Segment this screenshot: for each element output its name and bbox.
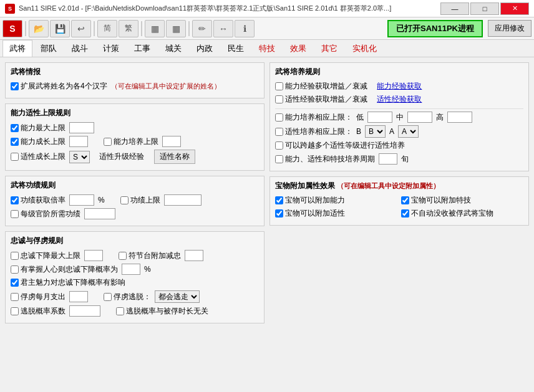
tab-construction[interactable]: 工事 — [127, 40, 157, 57]
station-reduce-label[interactable]: 符节台附加减忠 — [119, 251, 181, 261]
minimize-button[interactable]: — — [440, 2, 469, 15]
treasure-adapt-checkbox[interactable] — [275, 209, 283, 218]
treasure-noauto-checkbox[interactable] — [401, 209, 409, 218]
perf-limit-label[interactable]: 功绩上限 — [120, 195, 160, 206]
tab-internal[interactable]: 内政 — [190, 40, 220, 57]
tab-troops[interactable]: 部队 — [34, 40, 64, 57]
toolbar-open-button[interactable]: 📂 — [29, 20, 49, 37]
adapt-growth-checkbox[interactable] — [11, 153, 19, 161]
app-modify-button[interactable]: 应用修改 — [488, 20, 532, 37]
adapt-growth-label[interactable]: 适性成长上限 — [11, 151, 66, 162]
exp-gain-checkbox[interactable] — [275, 82, 283, 90]
capture-rate-input[interactable]: 40 — [122, 264, 140, 275]
adapt-exp-link[interactable]: 适性经验获取 — [377, 94, 422, 105]
period-input[interactable]: 3 — [379, 153, 397, 165]
train-limit-label[interactable]: 能力培养相应上限： — [275, 112, 352, 123]
adapt-growth-select[interactable]: SABCD — [69, 151, 90, 163]
treasure-special-label[interactable]: 宝物可以附加特技 — [401, 195, 523, 206]
tab-other[interactable]: 其它 — [314, 40, 344, 57]
expand-name-checkbox[interactable] — [11, 82, 19, 90]
escape-checkbox[interactable] — [104, 293, 112, 301]
tab-strategy[interactable]: 计策 — [96, 40, 126, 57]
tab-effects[interactable]: 效果 — [283, 40, 313, 57]
toolbar-info-button[interactable]: ℹ — [235, 20, 255, 37]
toolbar-grid1-button[interactable]: ▦ — [145, 20, 165, 37]
adapt-train-checkbox[interactable] — [275, 128, 283, 136]
prisoner-cost-checkbox[interactable] — [11, 293, 19, 301]
train-low-input[interactable]: 70 — [367, 112, 392, 123]
adapt-name-button[interactable]: 适性名称 — [154, 150, 195, 164]
treasure-noauto-label[interactable]: 不自动没收被俘武将宝物 — [401, 208, 523, 219]
level-cost-label[interactable]: 每级官阶所需功绩 — [11, 209, 80, 219]
loyalty-limit-checkbox[interactable] — [11, 252, 19, 260]
gain-rate-input[interactable]: 150 — [69, 194, 94, 206]
period-checkbox[interactable] — [275, 155, 283, 163]
cross-train-checkbox[interactable] — [275, 141, 283, 150]
toolbar-grid2-button[interactable]: ▦ — [166, 20, 186, 37]
max-ability-checkbox[interactable] — [11, 124, 19, 132]
toolbar-undo-button[interactable]: ↩ — [71, 20, 91, 37]
station-reduce-checkbox[interactable] — [119, 252, 127, 260]
cross-train-label[interactable]: 可以跨越多个适性等级进行适性培养 — [275, 140, 405, 151]
treasure-special-checkbox[interactable] — [401, 196, 409, 204]
growth-limit-checkbox[interactable] — [11, 138, 19, 146]
max-ability-input[interactable]: 130 — [69, 122, 94, 133]
train-limit-checkbox[interactable] — [104, 138, 112, 146]
train-limit-label[interactable]: 能力培养上限 — [104, 136, 158, 147]
exp-gain-link[interactable]: 能力经验获取 — [377, 81, 422, 92]
toolbar-simple-button[interactable]: 简 — [97, 20, 117, 37]
escape-rate-label[interactable]: 逃脱概率系数 — [11, 306, 66, 317]
station-reduce-input[interactable]: 2 — [185, 250, 203, 261]
loyalty-limit-label[interactable]: 忠诚下降最大上限 — [11, 251, 80, 261]
toolbar-icon-logo[interactable]: S — [2, 20, 22, 37]
charm-label[interactable]: 君主魅力对忠诚下降概率有影响 — [11, 277, 125, 288]
period-label[interactable]: 能力、适性和特技培养周期 — [275, 154, 375, 165]
escape-select[interactable]: 都会逃走不会逃走概率逃走 — [155, 290, 200, 303]
prisoner-cost-label[interactable]: 俘虏每月支出 — [11, 292, 66, 302]
charm-checkbox[interactable] — [11, 279, 19, 287]
perf-limit-checkbox[interactable] — [120, 196, 129, 204]
toolbar-transfer-button[interactable]: ↔ — [213, 20, 233, 37]
expand-name-label[interactable]: 扩展武将姓名为各4个汉字 — [11, 81, 107, 92]
adapt-exp-checkbox[interactable] — [275, 95, 283, 103]
close-button[interactable]: ✕ — [500, 2, 529, 15]
treasure-ability-label[interactable]: 宝物可以附加能力 — [275, 195, 397, 206]
growth-limit-input[interactable]: 5 — [69, 136, 88, 147]
adapt-a-select[interactable]: ASBCD — [398, 125, 419, 138]
max-ability-label[interactable]: 能力最大上限 — [11, 123, 66, 133]
exp-gain-label[interactable]: 能力经验获取增益／衰减 — [275, 81, 367, 92]
train-limit-checkbox[interactable] — [275, 113, 283, 122]
loyalty-limit-input[interactable]: 4 — [84, 250, 103, 261]
treasure-ability-checkbox[interactable] — [275, 196, 283, 204]
escape-rate-input[interactable]: 1000 — [69, 305, 100, 317]
adapt-train-label[interactable]: 适性培养相应上限： — [275, 127, 352, 137]
adapt-exp-label[interactable]: 适性经验获取增益／衰减 — [275, 94, 367, 105]
gain-rate-checkbox[interactable] — [11, 196, 19, 204]
tab-general[interactable]: 武将 — [2, 40, 32, 57]
prisoner-cost-input[interactable]: 20 — [69, 291, 88, 302]
toolbar-trad-button[interactable]: 繁 — [119, 20, 138, 37]
perf-limit-input[interactable]: 60000 — [164, 194, 201, 206]
escape-duration-checkbox[interactable] — [116, 307, 124, 315]
maximize-button[interactable]: □ — [470, 2, 499, 15]
tab-battle[interactable]: 战斗 — [65, 40, 95, 57]
tab-city[interactable]: 城关 — [158, 40, 188, 57]
treasure-adapt-label[interactable]: 宝物可以附加适性 — [275, 208, 397, 219]
train-limit-input[interactable]: 5 — [162, 136, 181, 147]
gain-rate-label[interactable]: 功绩获取倍率 — [11, 195, 66, 206]
train-high-input[interactable]: 90 — [447, 112, 472, 123]
escape-duration-label[interactable]: 逃脱概率与被俘时长无关 — [116, 306, 208, 317]
tab-people[interactable]: 民生 — [221, 40, 251, 57]
level-cost-checkbox[interactable] — [11, 210, 19, 218]
escape-label[interactable]: 俘虏逃脱： — [104, 292, 151, 302]
toolbar-edit-button[interactable]: ✏ — [192, 20, 212, 37]
capture-rate-label[interactable]: 有掌握人心则忠诚下降概率为 — [11, 264, 118, 275]
toolbar-save-button[interactable]: 💾 — [50, 20, 70, 37]
level-cost-input[interactable]: 4000 — [84, 208, 115, 219]
escape-rate-checkbox[interactable] — [11, 307, 19, 315]
growth-limit-label[interactable]: 能力成长上限 — [11, 136, 66, 147]
tab-skills[interactable]: 特技 — [252, 40, 282, 57]
adapt-b-select[interactable]: BASCD — [365, 125, 386, 138]
tab-actual[interactable]: 实机化 — [346, 40, 384, 57]
train-mid-input[interactable]: 80 — [407, 112, 432, 123]
